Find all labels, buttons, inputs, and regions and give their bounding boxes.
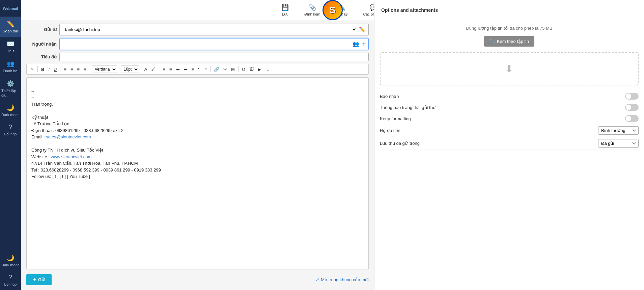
format-toolbar: ✕ B I U ≡ ≡ ≡ ≡ Verdana 10pt A	[26, 64, 369, 75]
darkmode-icon: 🌙	[7, 104, 14, 111]
send-icon: ✈	[32, 277, 36, 282]
settings-icon: ⚙️	[7, 80, 14, 87]
send-button[interactable]: ✈ Gửi	[26, 274, 52, 285]
drop-zone[interactable]: ⬇	[380, 52, 639, 85]
download-icon: ⬇	[505, 63, 513, 74]
blockquote-button[interactable]: ❝	[203, 66, 208, 73]
more-button[interactable]: …	[263, 66, 271, 73]
main-area: 💾 Lưu 📎 Đính kèm ✒️ Chữ ký 💬 Các phản ..…	[21, 0, 644, 290]
indent-button[interactable]: ⬅	[182, 66, 189, 73]
send-label: Gửi	[38, 277, 46, 282]
thong-bao-label: Thông báo trạng thái gửi thư	[380, 105, 436, 110]
special-char-button[interactable]: Ω	[240, 66, 247, 73]
website-link[interactable]: www.sieutocviet.com	[51, 154, 92, 159]
ordered-list-button[interactable]: ≡	[168, 66, 174, 73]
strikethrough-button[interactable]: ≡	[190, 66, 196, 73]
attach-label: Đính kèm	[304, 12, 320, 16]
keep-format-toggle[interactable]	[625, 115, 639, 122]
priority-select[interactable]: Bình thường Cao Thấp	[598, 126, 639, 135]
option-bao-nhan: Báo nhận	[380, 91, 639, 102]
bao-nhan-toggle[interactable]	[625, 93, 639, 100]
text-color-button[interactable]: A	[143, 66, 149, 73]
sidebar-item-compose[interactable]: ✏️ Soạn thư	[0, 17, 21, 37]
thong-bao-toggle[interactable]	[625, 104, 639, 111]
font-size-select[interactable]: 10pt	[121, 65, 139, 73]
save-icon: 💾	[281, 4, 289, 11]
highlight-button[interactable]: 🖊	[149, 66, 157, 73]
link-button[interactable]: 🔗	[212, 66, 221, 73]
email-link[interactable]: sales@sieutocviet.com	[46, 134, 91, 139]
italic-button[interactable]: I	[47, 66, 51, 73]
separator-2	[60, 66, 60, 72]
option-save-sent: Lưu thư đã gửi trong Đã gửi Thùng rác	[380, 137, 639, 150]
sidebar-item-darkmode[interactable]: 🌙 Dark mode	[0, 101, 21, 120]
image-button[interactable]: 🖼	[248, 66, 255, 73]
paperclip-icon-2: 📎	[489, 39, 495, 44]
separator-6	[159, 66, 159, 72]
compose-panel: Gửi từ tanloc@diachi.top ✏️ Người nhận 👥…	[21, 20, 374, 290]
option-priority: Độ ưu tiên Bình thường Cao Thấp	[380, 124, 639, 137]
bullet-list-button[interactable]: ≡	[161, 66, 167, 73]
align-right-button[interactable]: ≡	[76, 66, 82, 73]
subject-row: Tiêu đề	[26, 53, 369, 61]
save-sent-select[interactable]: Đã gửi Thùng rác	[598, 139, 639, 148]
sidebar-item-logout-label: Lối ngõ	[4, 282, 17, 287]
bold-button[interactable]: B	[39, 66, 46, 73]
sidebar-item-inbox-label: Thư	[7, 49, 14, 53]
paragraph-button[interactable]: ¶	[196, 66, 202, 73]
priority-label: Độ ưu tiên	[380, 128, 400, 133]
sidebar: Webmail ✏️ Soạn thư ✉️ Thư 👥 Danh bạ ⚙️ …	[0, 0, 21, 290]
send-area: ✈ Gửi ⤢ Mở trong khung cửa mới	[26, 272, 369, 287]
separator-1	[37, 66, 38, 72]
align-left-button[interactable]: ≡	[62, 66, 68, 73]
sidebar-item-settings[interactable]: ⚙️ Thiết lập cá...	[0, 77, 21, 101]
table-button[interactable]: ⊞	[229, 66, 236, 73]
sidebar-item-contacts[interactable]: 👥 Danh bạ	[0, 57, 21, 77]
sidebar-item-logout-label: Lối ngõ	[4, 132, 17, 136]
option-keep-format: Keep formatting	[380, 113, 639, 124]
toolbar-logo: S	[323, 0, 343, 20]
attach-file-button[interactable]: 📎 Kèm theo tập tin	[484, 36, 534, 47]
moon-icon: 🌙	[7, 254, 14, 262]
media-button[interactable]: ▶	[256, 66, 263, 73]
contacts-button[interactable]: 👥	[352, 40, 360, 48]
sidebar-item-darkmode[interactable]: 🌙 Dark mode	[0, 251, 21, 270]
sidebar-logo: Webmail	[0, 0, 21, 17]
from-select[interactable]: tanloc@diachi.top	[62, 25, 357, 34]
separator-4	[119, 66, 119, 72]
separator-8	[238, 66, 239, 72]
align-justify-button[interactable]: ≡	[82, 66, 88, 73]
sidebar-item-contacts-label: Danh bạ	[3, 69, 18, 73]
options-title-text: Options and attachments	[381, 7, 438, 13]
attach-button[interactable]: 📎 Đính kèm	[302, 2, 323, 18]
sidebar-item-darkmode-label: Dark mode	[1, 263, 20, 267]
align-center-button[interactable]: ≡	[69, 66, 75, 73]
font-family-select[interactable]: Verdana	[92, 65, 117, 73]
to-label: Người nhận	[26, 42, 57, 47]
sidebar-item-logout[interactable]: ? Lối ngõ	[0, 270, 21, 290]
clear-format-button[interactable]: ✕	[29, 66, 36, 73]
sidebar-logo-text: Webmail	[3, 6, 18, 10]
content-area: Gửi từ tanloc@diachi.top ✏️ Người nhận 👥…	[21, 20, 644, 290]
logo-letter: S	[329, 5, 336, 16]
to-input[interactable]	[62, 42, 351, 47]
bao-nhan-label: Báo nhận	[380, 94, 399, 99]
sidebar-item-logout[interactable]: ? Lối ngõ	[0, 120, 21, 140]
outdent-button[interactable]: ⬅	[174, 66, 181, 73]
open-new-window-button[interactable]: ⤢ Mở trong khung cửa mới	[316, 277, 369, 282]
save-sent-label: Lưu thư đã gửi trong	[380, 141, 420, 146]
sidebar-item-inbox[interactable]: ✉️ Thư	[0, 37, 21, 57]
compose-icon: ✏️	[7, 20, 14, 28]
to-row: Người nhận 👥 +	[26, 38, 369, 50]
add-recipient-button[interactable]: +	[361, 40, 366, 48]
logout-icon: ?	[9, 124, 12, 131]
subject-input[interactable]	[62, 54, 366, 59]
save-button[interactable]: 💾 Lưu	[279, 2, 291, 18]
contacts-icon: 👥	[7, 60, 14, 68]
editor-area[interactable]: -- -- Trân trọng. --------- Kỹ thuật Lê …	[26, 77, 369, 269]
options-list: Báo nhận Thông báo trạng thái gửi thư Ke…	[380, 91, 639, 150]
unlink-button[interactable]: ✂	[222, 66, 229, 73]
underline-button[interactable]: U	[52, 66, 58, 73]
to-input-wrap: 👥 +	[59, 38, 369, 50]
edit-from-button[interactable]: ✏️	[358, 26, 366, 33]
